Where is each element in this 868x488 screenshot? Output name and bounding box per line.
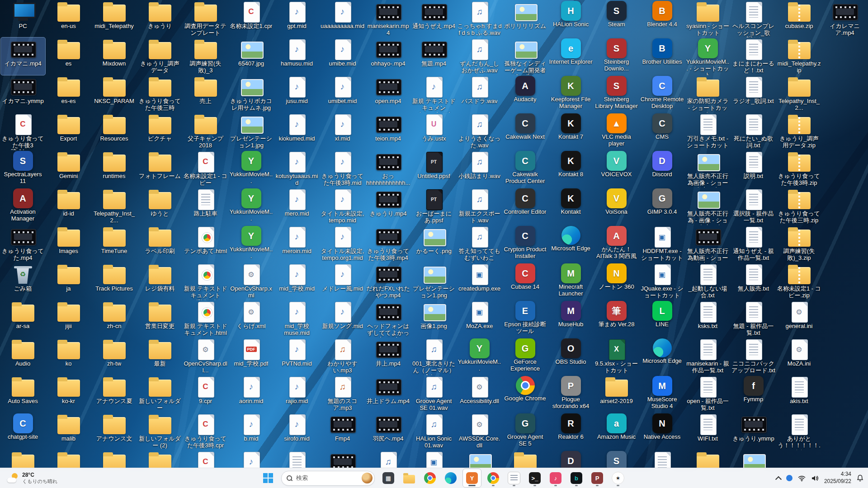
desktop-icon[interactable]: ♪メドレー風.mid [321, 263, 365, 300]
desktop-icon[interactable]: PTおーばーまにあ.ppsf [412, 188, 456, 225]
taskbar-app-file-explorer[interactable] [400, 469, 418, 487]
desktop-icon[interactable]: きゅうり食ってた午後3時.mp4 [366, 225, 410, 263]
desktop-icon[interactable]: zh-cn [92, 300, 137, 338]
desktop-icon[interactable]: ゆうと [138, 188, 182, 225]
desktop-icon[interactable]: C9.cpr [184, 375, 228, 413]
desktop-icon[interactable]: ♪新規ソング.mid [321, 300, 365, 338]
desktop-icon[interactable]: ♪xl.mid [321, 113, 365, 150]
desktop-icon[interactable]: イカマニ.mp4 [1, 38, 45, 75]
desktop-icon[interactable]: AAudacity [503, 75, 547, 113]
desktop-icon[interactable]: MMinecraft Launcher [549, 263, 593, 300]
desktop-icon[interactable]: ♪b.mid [229, 413, 274, 450]
desktop-icon[interactable]: Cchatgpt-site [1, 413, 45, 450]
desktop-icon[interactable]: ♪タイトル未設定, tempo.org1.mid [321, 225, 365, 263]
desktop-icon[interactable]: ラジオ_歌詞.txt [731, 75, 776, 113]
desktop-icon[interactable]: open.mp4 [366, 75, 410, 113]
desktop-icon[interactable]: teion.mp4 [366, 113, 410, 150]
desktop-icon[interactable]: KKontakt 7 [549, 113, 593, 150]
desktop-icon[interactable]: C名称未設定1.cpr [229, 0, 274, 38]
desktop-icon[interactable]: SSpectraLayers 11 [1, 150, 45, 188]
desktop-icon[interactable]: ♪kiokumed.mid [275, 113, 319, 150]
desktop-icon[interactable]: VVoiSona [594, 188, 639, 225]
desktop-icon[interactable] [275, 450, 319, 468]
desktop-icon[interactable]: ♫小銭詰まり.wav [458, 150, 502, 188]
desktop-icon[interactable]: テンポあて.html [184, 225, 228, 263]
desktop-icon[interactable]: Cきゅうり食ってた午後3時.cpr [184, 413, 228, 450]
desktop-icon[interactable]: 通知うぜえ - 親作品一覧.txt [731, 225, 776, 263]
desktop-icon[interactable]: ⚙Accessibility.dll [458, 375, 502, 413]
desktop-icon[interactable]: CCrypton Product Installer [503, 225, 547, 263]
desktop-icon[interactable]: Fmp4 [321, 413, 365, 450]
desktop-icon[interactable]: Uうみ.ustx [412, 113, 456, 150]
desktop-icon[interactable]: open - 親作品一覧.txt [686, 375, 730, 413]
desktop-icon[interactable]: Audio [1, 338, 45, 375]
taskbar-app-music-app[interactable]: ♪ [547, 469, 565, 487]
desktop-icon[interactable]: aAmazon Music [594, 413, 639, 450]
desktop-icon[interactable]: ピクチャ [138, 113, 182, 150]
desktop-icon[interactable]: ♫ずんだもん_しおかぜふ.wav [458, 38, 502, 75]
desktop-icon[interactable]: ♪sirofo.mid [275, 413, 319, 450]
desktop-icon[interactable]: ⚙MoZA.ini [777, 338, 821, 375]
desktop-icon[interactable] [321, 450, 365, 468]
desktop-icon[interactable]: きゅうり.ymmp [731, 413, 776, 450]
desktop-icon[interactable]: LLINE [640, 300, 684, 338]
desktop-icon[interactable]: KKontakt [549, 188, 593, 225]
desktop-icon[interactable]: プレゼンテーション1.jpg [229, 113, 274, 150]
desktop-icon[interactable]: CCubase 14 [503, 263, 547, 300]
desktop-icon[interactable]: ニコニコバックアップロード.txt [731, 338, 776, 375]
desktop-icon[interactable]: GGeForce Experience [503, 338, 547, 375]
desktop-icon[interactable]: es-es [47, 75, 91, 113]
desktop-icon[interactable]: 新規 テキストドキュメント (2).html [184, 263, 228, 300]
desktop-icon[interactable]: PDFmid_学校.pdf [229, 338, 274, 375]
desktop-icon[interactable]: きゅうり食ってた.mp4 [1, 225, 45, 263]
desktop-icon[interactable]: CController Editor [503, 188, 547, 225]
clock[interactable]: 4:34 2025/09/22 [824, 471, 851, 485]
desktop-icon[interactable]: ⚙AWSSDK.Core.dll [458, 413, 502, 450]
desktop-icon[interactable]: _起動しない場合.txt [686, 263, 730, 300]
desktop-icon[interactable]: ヘルスコンプレッション_歌詞.txt [731, 0, 776, 38]
desktop-icon[interactable] [640, 450, 684, 468]
desktop-icon[interactable]: アナウンス文 [92, 413, 137, 450]
desktop-icon[interactable]: 新規 テキストドキュメント.html [184, 300, 228, 338]
desktop-icon[interactable]: ♪meroin.mid [275, 225, 319, 263]
desktop-icon[interactable]: 調査用データテンプレート [184, 0, 228, 38]
desktop-icon[interactable]: ♪rajio.mid [275, 375, 319, 413]
desktop-icon[interactable]: id-id [47, 188, 91, 225]
taskbar-app-ymm[interactable]: Y [462, 469, 481, 488]
desktop-icon[interactable]: 選択肢 - 親作品一覧.txt [731, 188, 776, 225]
desktop-icon[interactable]: 売上 [184, 75, 228, 113]
desktop-icon[interactable]: YYukkuriMovieM... - ショートカット [686, 38, 730, 75]
desktop-icon[interactable] [458, 450, 502, 468]
desktop-icon[interactable]: ♪mid_学校.mid [275, 263, 319, 300]
desktop-icon[interactable]: BBlender 4.4 [640, 0, 684, 38]
desktop-icon[interactable]: zh-tw [92, 338, 137, 375]
desktop-icon[interactable]: CCakewalk Product Center [503, 150, 547, 188]
desktop-icon[interactable]: PPlogue sforzando x64 [549, 375, 593, 413]
desktop-icon[interactable]: 井上.mp4 [366, 338, 410, 375]
desktop-icon[interactable]: Nノートン 360 [594, 263, 639, 300]
wifi-icon[interactable] [798, 475, 806, 482]
desktop-icon[interactable]: きゅうり.mp4 [366, 188, 410, 225]
desktop-icon[interactable]: CCMS [640, 113, 684, 150]
desktop-icon[interactable]: Cきゅうり食ってた... [184, 450, 228, 468]
desktop-icon[interactable]: ショートカット [92, 450, 137, 468]
desktop-icon[interactable]: YYukkuriMovieM... [229, 225, 274, 263]
desktop-icon[interactable]: きゅうりボカコレ用サムネ.jpg [229, 75, 274, 113]
desktop-icon[interactable]: ♫HALion Sonic 01.wav [412, 413, 456, 450]
desktop-icon[interactable]: 調声練習(失敗)_3.zip [777, 225, 821, 263]
desktop-icon[interactable]: Microsoft Edge [549, 225, 593, 263]
desktop-icon[interactable]: jijii [47, 300, 91, 338]
desktop-icon[interactable]: ♪きゅうり食ってた午後3時.mid [321, 150, 365, 188]
desktop-icon[interactable]: 井上ドラム.mp4 [366, 375, 410, 413]
desktop-icon[interactable]: ja [47, 263, 91, 300]
desktop-icon[interactable]: ko [47, 338, 91, 375]
desktop-icon[interactable]: akis.txt [777, 375, 821, 413]
desktop-icon[interactable]: manisekarin.mp4 [366, 0, 410, 38]
desktop-icon[interactable]: KKeepforest File Manager [549, 75, 593, 113]
desktop-icon[interactable]: ♫よりうさくなった.wav [458, 113, 502, 150]
desktop-icon[interactable]: ♪mero.mid [275, 188, 319, 225]
desktop-icon[interactable]: 死にたい_ぬ歌詞.txt [731, 113, 776, 150]
desktop-icon[interactable]: ▣ [412, 450, 456, 468]
desktop-icon[interactable]: かるーく.png [412, 225, 456, 263]
desktop-icon[interactable]: 画像1.png [412, 300, 456, 338]
